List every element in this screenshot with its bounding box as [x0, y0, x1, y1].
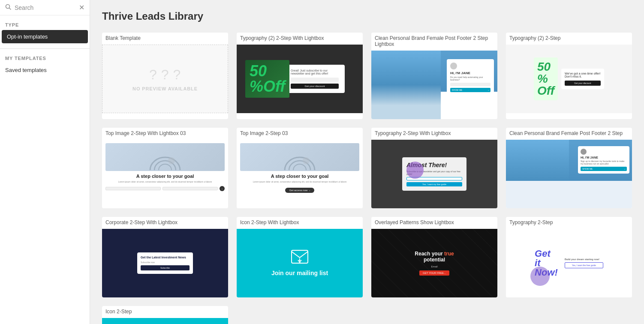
template-preview: HI, I'M JANE Do you need help automating… — [371, 51, 497, 119]
template-name: Corporate 2-Step With Lightbox — [102, 217, 228, 229]
template-preview: 50%Off We've got a one-time offer! Don't… — [506, 45, 632, 113]
template-card-typo2step-right2[interactable]: Typography 2-Step GetitNow! Build your d… — [506, 217, 632, 297]
almost-there-card: Almost There! Subscribe to our newslette… — [402, 157, 466, 191]
template-card-blank[interactable]: Blank Template ? ? ? NO PREVIEW AVAILABL… — [102, 33, 228, 119]
search-icon — [5, 4, 11, 11]
template-preview: Almost There! Subscribe to our newslette… — [371, 140, 497, 208]
sidebar-item-optin[interactable]: Opt-in templates — [2, 30, 88, 43]
template-card-typo2-lightbox[interactable]: Typography (2) 2-Step With Lightbox 50%O… — [237, 33, 363, 119]
cpb-show-btn: SHOW ME › — [581, 167, 627, 171]
svg-point-5 — [168, 157, 175, 164]
cpb-preview: HI, I'M JANE Sign up to discover my favo… — [506, 140, 632, 208]
template-preview: Reach your truepotential Email GET YOUR … — [371, 229, 497, 297]
svg-line-1 — [9, 8, 11, 10]
icon2step-preview: Join our mailing list — [237, 229, 363, 297]
corp-title: Get the Latest Investment News — [141, 256, 190, 259]
template-name: Icon 2-Step With Lightbox — [237, 217, 363, 229]
pattern-overlay — [371, 229, 497, 297]
template-preview: ? ? ? NO PREVIEW AVAILABLE — [102, 45, 228, 113]
template-card-corporate[interactable]: Corporate 2-Step With Lightbox Get the L… — [102, 217, 228, 297]
email-input — [450, 83, 491, 86]
main-content: Thrive Leads Library Blank Template ? ? … — [90, 0, 644, 324]
template-preview: A step closer to your goal Lorem ipsum d… — [102, 140, 228, 208]
join-mailing-text: Join our mailing list — [271, 270, 328, 277]
get-it-container: GetitNow! — [535, 249, 558, 277]
discount-title: We've got a one-time offer! Don't miss i… — [565, 72, 601, 78]
email-input — [163, 187, 218, 190]
discount-btn: Get your discount — [565, 81, 601, 86]
template-name: Blank Template — [102, 33, 228, 45]
template-name: Clean Personal Brand Female Post Footer … — [371, 33, 497, 51]
build-dream-text: Build your dream starting now! — [565, 258, 603, 261]
corporate-preview: Get the Latest Investment News Subscribe… — [102, 229, 228, 297]
show-btn: SHOW ME › — [450, 88, 491, 92]
arch-image — [105, 143, 225, 171]
template-preview: HI, I'M JANE Sign up to discover my favo… — [506, 140, 632, 208]
template-name: Typography (2) 2-Step With Lightbox — [237, 33, 363, 45]
close-icon[interactable]: ✕ — [79, 3, 84, 12]
top-image-03-preview: A step closer to your goal Lorem ipsum d… — [237, 140, 363, 208]
no-preview-text: NO PREVIEW AVAILABLE — [132, 86, 198, 91]
hi-text: HI, I'M JANE — [450, 71, 491, 75]
typo-lightbox-dark: Almost There! Subscribe to our newslette… — [371, 140, 497, 208]
brand-bg: HI, I'M JANE Do you need help automating… — [371, 51, 497, 119]
get-access-btn: Get access now › — [285, 188, 315, 193]
svg-point-8 — [293, 164, 306, 170]
build-dream-card: Build your dream starting now! Yes, I wa… — [565, 258, 603, 268]
step-closer-text: A step closer to your goal — [271, 174, 329, 179]
template-card-overlayed[interactable]: Overlayed Patterns Show Lightbox Reach y… — [371, 217, 497, 297]
blank-preview: ? ? ? NO PREVIEW AVAILABLE — [102, 45, 228, 113]
top-image-preview: A step closer to your goal Lorem ipsum d… — [102, 140, 228, 208]
almost-btn: Yes, I want my free guide — [406, 182, 462, 186]
template-card-top-image-lightbox[interactable]: Top Image 2-Step With Lightbox 03 A step… — [102, 128, 228, 208]
sidebar: Search ✕ TYPE Opt-in templates MY TEMPLA… — [0, 0, 90, 324]
fifty-off-badge: 50%Off — [245, 60, 289, 98]
search-label: Search — [15, 4, 33, 11]
template-name: Overlayed Patterns Show Lightbox — [371, 217, 497, 229]
template-card-icon2step-lightbox[interactable]: Icon 2-Step With Lightbox Join our m — [237, 217, 363, 297]
template-card-typo-lightbox-dark[interactable]: Typography 2-Step With Lightbox Almost T… — [371, 128, 497, 208]
template-preview: GetitNow! Build your dream starting now!… — [506, 229, 632, 297]
dark-preview: 50%Off Great! Just subscribe to our news… — [237, 45, 363, 113]
template-card-icon2step[interactable]: Icon 2-Step — [102, 306, 228, 324]
purple-blob — [530, 267, 550, 286]
template-card-cpb-right[interactable]: Clean Personal Brand Female Post Footer … — [506, 128, 632, 208]
blob-purple — [406, 162, 424, 179]
template-preview: 50%Off Great! Just subscribe to our news… — [237, 45, 363, 113]
search-bar[interactable]: Search ✕ — [0, 0, 90, 15]
template-name: Top Image 2-Step With Lightbox 03 — [102, 128, 228, 140]
avatar — [450, 63, 457, 69]
template-preview: A step closer to your goal Lorem ipsum d… — [237, 140, 363, 208]
template-preview — [102, 318, 228, 324]
template-card-top-image-03[interactable]: Top Image 2-Step 03 A step closer to you… — [237, 128, 363, 208]
template-card-typo2-right[interactable]: Typography (2) 2-Step 50%Off We've got a… — [506, 33, 632, 119]
my-templates-label: MY TEMPLATES — [0, 54, 90, 63]
template-preview: Get the Latest Investment News Subscribe… — [102, 229, 228, 297]
typo2step-preview: 50%Off We've got a one-time offer! Don't… — [506, 45, 632, 113]
lightbox-card: Great! Just subscribe to our newsletter … — [285, 65, 345, 93]
photo-area — [371, 51, 441, 119]
svg-point-9 — [303, 157, 310, 164]
cpb-photo — [506, 140, 569, 181]
name-input — [105, 187, 161, 190]
arch-image — [240, 143, 359, 171]
free-guide-btn: Yes, I want the free guide — [565, 262, 603, 268]
templates-grid: Blank Template ? ? ? NO PREVIEW AVAILABL… — [102, 33, 632, 324]
fifty-off-green: 50%Off — [534, 57, 558, 100]
cpb-hi: HI, I'M JANE — [581, 156, 627, 159]
cpb-avatar — [581, 149, 587, 155]
sidebar-divider — [0, 48, 90, 49]
sub-text: Do you need help automating your busines… — [450, 76, 491, 81]
template-card-cpb-footer[interactable]: Clean Personal Brand Female Post Footer … — [371, 33, 497, 119]
template-name: Icon 2-Step — [102, 306, 228, 318]
corp-card: Get the Latest Investment News Subscribe… — [137, 252, 193, 274]
lorem-text: Lorem ipsum dolor sit amet, consectetur … — [118, 180, 212, 183]
svg-point-4 — [159, 164, 172, 170]
step-closer-text: A step closer to your goal — [136, 174, 194, 179]
icon2step2-preview — [102, 318, 228, 324]
cpb-card: HI, I'M JANE Sign up to discover my favo… — [578, 146, 629, 174]
lorem-text: Lorem ipsum dolor sit amet, consectetur … — [253, 180, 347, 183]
submit-arrow: › — [220, 186, 225, 191]
sidebar-item-saved[interactable]: Saved templates — [0, 63, 90, 77]
page-title: Thrive Leads Library — [102, 10, 632, 22]
